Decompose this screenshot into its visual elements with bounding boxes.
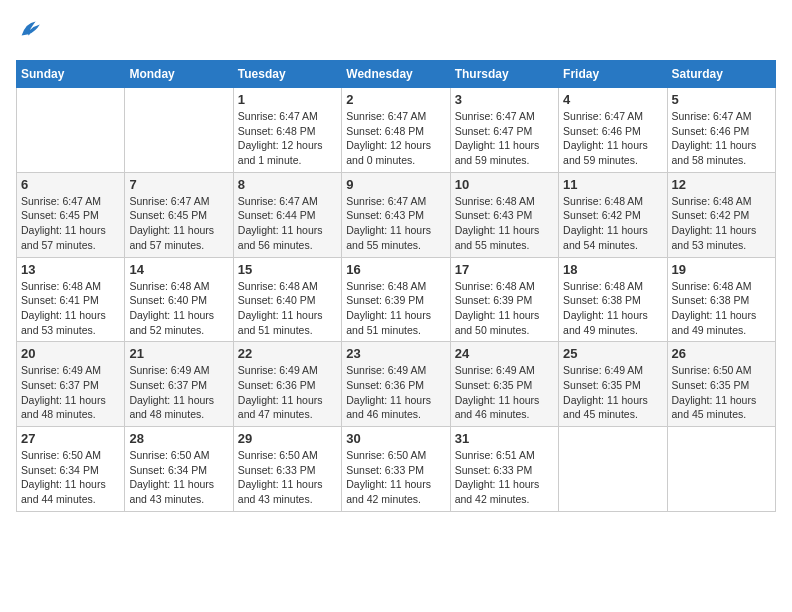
day-info: Sunrise: 6:47 AM Sunset: 6:46 PM Dayligh…: [563, 109, 662, 168]
calendar-table: SundayMondayTuesdayWednesdayThursdayFrid…: [16, 60, 776, 512]
day-info: Sunrise: 6:48 AM Sunset: 6:40 PM Dayligh…: [238, 279, 337, 338]
daylight-label: Daylight: 11 hours and 46 minutes.: [346, 394, 431, 421]
day-number: 27: [21, 431, 120, 446]
day-info: Sunrise: 6:50 AM Sunset: 6:35 PM Dayligh…: [672, 363, 771, 422]
sunset-label: Sunset: 6:40 PM: [129, 294, 207, 306]
day-info: Sunrise: 6:49 AM Sunset: 6:37 PM Dayligh…: [21, 363, 120, 422]
sunrise-label: Sunrise: 6:49 AM: [21, 364, 101, 376]
calendar-cell: 22 Sunrise: 6:49 AM Sunset: 6:36 PM Dayl…: [233, 342, 341, 427]
daylight-label: Daylight: 11 hours and 47 minutes.: [238, 394, 323, 421]
calendar-cell: 26 Sunrise: 6:50 AM Sunset: 6:35 PM Dayl…: [667, 342, 775, 427]
day-number: 9: [346, 177, 445, 192]
daylight-label: Daylight: 11 hours and 49 minutes.: [672, 309, 757, 336]
daylight-label: Daylight: 11 hours and 48 minutes.: [129, 394, 214, 421]
sunset-label: Sunset: 6:41 PM: [21, 294, 99, 306]
sunset-label: Sunset: 6:45 PM: [21, 209, 99, 221]
sunrise-label: Sunrise: 6:48 AM: [672, 280, 752, 292]
sunrise-label: Sunrise: 6:47 AM: [238, 195, 318, 207]
daylight-label: Daylight: 11 hours and 44 minutes.: [21, 478, 106, 505]
day-number: 26: [672, 346, 771, 361]
sunrise-label: Sunrise: 6:50 AM: [346, 449, 426, 461]
calendar-week-row: 13 Sunrise: 6:48 AM Sunset: 6:41 PM Dayl…: [17, 257, 776, 342]
day-info: Sunrise: 6:47 AM Sunset: 6:46 PM Dayligh…: [672, 109, 771, 168]
daylight-label: Daylight: 11 hours and 49 minutes.: [563, 309, 648, 336]
sunset-label: Sunset: 6:38 PM: [672, 294, 750, 306]
calendar-cell: 11 Sunrise: 6:48 AM Sunset: 6:42 PM Dayl…: [559, 172, 667, 257]
sunrise-label: Sunrise: 6:47 AM: [563, 110, 643, 122]
calendar-week-row: 6 Sunrise: 6:47 AM Sunset: 6:45 PM Dayli…: [17, 172, 776, 257]
day-info: Sunrise: 6:47 AM Sunset: 6:48 PM Dayligh…: [238, 109, 337, 168]
calendar-cell: 19 Sunrise: 6:48 AM Sunset: 6:38 PM Dayl…: [667, 257, 775, 342]
sunrise-label: Sunrise: 6:49 AM: [563, 364, 643, 376]
day-number: 3: [455, 92, 554, 107]
day-info: Sunrise: 6:50 AM Sunset: 6:34 PM Dayligh…: [129, 448, 228, 507]
day-number: 11: [563, 177, 662, 192]
sunset-label: Sunset: 6:35 PM: [563, 379, 641, 391]
sunrise-label: Sunrise: 6:48 AM: [238, 280, 318, 292]
calendar-cell: [125, 88, 233, 173]
sunset-label: Sunset: 6:33 PM: [346, 464, 424, 476]
sunrise-label: Sunrise: 6:47 AM: [455, 110, 535, 122]
weekday-header: Wednesday: [342, 61, 450, 88]
day-number: 8: [238, 177, 337, 192]
calendar-cell: 4 Sunrise: 6:47 AM Sunset: 6:46 PM Dayli…: [559, 88, 667, 173]
daylight-label: Daylight: 11 hours and 57 minutes.: [129, 224, 214, 251]
day-info: Sunrise: 6:47 AM Sunset: 6:45 PM Dayligh…: [129, 194, 228, 253]
day-info: Sunrise: 6:47 AM Sunset: 6:44 PM Dayligh…: [238, 194, 337, 253]
day-number: 20: [21, 346, 120, 361]
daylight-label: Daylight: 11 hours and 59 minutes.: [563, 139, 648, 166]
day-number: 25: [563, 346, 662, 361]
sunrise-label: Sunrise: 6:49 AM: [455, 364, 535, 376]
daylight-label: Daylight: 11 hours and 43 minutes.: [238, 478, 323, 505]
day-info: Sunrise: 6:48 AM Sunset: 6:38 PM Dayligh…: [563, 279, 662, 338]
day-number: 10: [455, 177, 554, 192]
sunrise-label: Sunrise: 6:51 AM: [455, 449, 535, 461]
sunset-label: Sunset: 6:36 PM: [346, 379, 424, 391]
day-number: 1: [238, 92, 337, 107]
calendar-cell: 25 Sunrise: 6:49 AM Sunset: 6:35 PM Dayl…: [559, 342, 667, 427]
day-info: Sunrise: 6:48 AM Sunset: 6:42 PM Dayligh…: [672, 194, 771, 253]
day-number: 23: [346, 346, 445, 361]
daylight-label: Daylight: 11 hours and 52 minutes.: [129, 309, 214, 336]
day-info: Sunrise: 6:48 AM Sunset: 6:43 PM Dayligh…: [455, 194, 554, 253]
day-info: Sunrise: 6:48 AM Sunset: 6:39 PM Dayligh…: [455, 279, 554, 338]
daylight-label: Daylight: 11 hours and 54 minutes.: [563, 224, 648, 251]
calendar-cell: 31 Sunrise: 6:51 AM Sunset: 6:33 PM Dayl…: [450, 427, 558, 512]
calendar-cell: 12 Sunrise: 6:48 AM Sunset: 6:42 PM Dayl…: [667, 172, 775, 257]
day-info: Sunrise: 6:47 AM Sunset: 6:43 PM Dayligh…: [346, 194, 445, 253]
day-number: 6: [21, 177, 120, 192]
sunset-label: Sunset: 6:35 PM: [455, 379, 533, 391]
sunrise-label: Sunrise: 6:47 AM: [672, 110, 752, 122]
sunset-label: Sunset: 6:37 PM: [21, 379, 99, 391]
calendar-cell: 9 Sunrise: 6:47 AM Sunset: 6:43 PM Dayli…: [342, 172, 450, 257]
calendar-cell: 29 Sunrise: 6:50 AM Sunset: 6:33 PM Dayl…: [233, 427, 341, 512]
sunrise-label: Sunrise: 6:48 AM: [455, 280, 535, 292]
sunrise-label: Sunrise: 6:48 AM: [455, 195, 535, 207]
day-info: Sunrise: 6:49 AM Sunset: 6:36 PM Dayligh…: [346, 363, 445, 422]
calendar-week-row: 20 Sunrise: 6:49 AM Sunset: 6:37 PM Dayl…: [17, 342, 776, 427]
weekday-header: Tuesday: [233, 61, 341, 88]
sunrise-label: Sunrise: 6:48 AM: [672, 195, 752, 207]
calendar-cell: 23 Sunrise: 6:49 AM Sunset: 6:36 PM Dayl…: [342, 342, 450, 427]
sunset-label: Sunset: 6:44 PM: [238, 209, 316, 221]
sunset-label: Sunset: 6:42 PM: [672, 209, 750, 221]
calendar-cell: 14 Sunrise: 6:48 AM Sunset: 6:40 PM Dayl…: [125, 257, 233, 342]
calendar-cell: 5 Sunrise: 6:47 AM Sunset: 6:46 PM Dayli…: [667, 88, 775, 173]
sunset-label: Sunset: 6:39 PM: [455, 294, 533, 306]
day-info: Sunrise: 6:48 AM Sunset: 6:41 PM Dayligh…: [21, 279, 120, 338]
sunrise-label: Sunrise: 6:48 AM: [346, 280, 426, 292]
calendar-cell: 20 Sunrise: 6:49 AM Sunset: 6:37 PM Dayl…: [17, 342, 125, 427]
calendar-cell: 15 Sunrise: 6:48 AM Sunset: 6:40 PM Dayl…: [233, 257, 341, 342]
calendar-cell: 6 Sunrise: 6:47 AM Sunset: 6:45 PM Dayli…: [17, 172, 125, 257]
daylight-label: Daylight: 11 hours and 53 minutes.: [21, 309, 106, 336]
sunrise-label: Sunrise: 6:50 AM: [672, 364, 752, 376]
sunrise-label: Sunrise: 6:49 AM: [129, 364, 209, 376]
daylight-label: Daylight: 11 hours and 55 minutes.: [346, 224, 431, 251]
day-info: Sunrise: 6:49 AM Sunset: 6:36 PM Dayligh…: [238, 363, 337, 422]
sunset-label: Sunset: 6:48 PM: [238, 125, 316, 137]
sunset-label: Sunset: 6:36 PM: [238, 379, 316, 391]
daylight-label: Daylight: 12 hours and 0 minutes.: [346, 139, 431, 166]
daylight-label: Daylight: 11 hours and 42 minutes.: [455, 478, 540, 505]
sunrise-label: Sunrise: 6:47 AM: [238, 110, 318, 122]
daylight-label: Daylight: 11 hours and 51 minutes.: [238, 309, 323, 336]
